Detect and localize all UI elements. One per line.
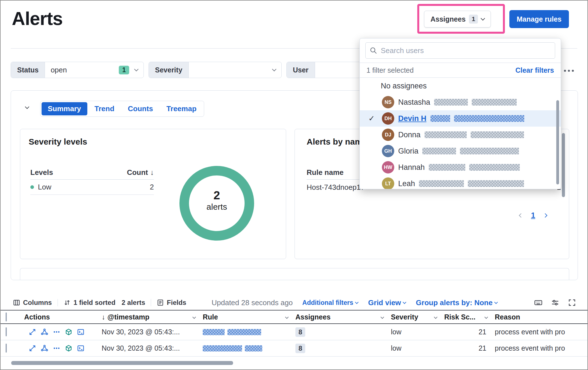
columns-button[interactable]: Columns [13,299,52,307]
severity-level-count: 2 [150,183,154,191]
risk-score-cell: 21 [444,344,495,352]
fullscreen-button[interactable] [568,298,576,307]
severity-level-label: Low [38,183,51,191]
chevron-down-icon [434,315,437,319]
rule-name-col: Rule name [307,168,344,177]
redacted-text [430,115,450,122]
collapsed-lower-card [20,268,569,280]
status-filter[interactable]: Status open 1 [11,62,144,78]
sort-desc-icon: ↓ [150,168,154,177]
chart-view-tabs: Summary Trend Counts Treemap [40,101,204,117]
sort-icon [63,299,71,306]
tab-treemap[interactable]: Treemap [160,102,203,115]
avatar: DJ [382,129,394,141]
expand-icon [29,344,36,352]
chart-collapse-toggle[interactable] [25,105,29,109]
cube-icon [65,344,72,352]
manage-rules-button[interactable]: Manage rules [509,10,569,28]
expand-alert-button[interactable] [29,328,36,336]
display-options-button[interactable] [551,298,559,307]
group-alerts-by-button[interactable]: Group alerts by: None [416,298,497,307]
keyboard-shortcuts-button[interactable] [534,298,543,307]
more-actions-button[interactable] [53,328,60,336]
alerts-table-header: Actions ↓ @timestamp Rule Assignees Seve… [1,310,587,324]
assignee-option[interactable]: HW Hannah [360,159,561,175]
session-viewer-button[interactable] [65,344,72,352]
analyzer-icon [41,344,48,352]
severity-filter[interactable]: Severity [149,62,282,78]
timestamp-column-header[interactable]: ↓ @timestamp [102,313,203,321]
severity-cell: low [391,328,444,336]
severity-card-title: Severity levels [29,137,87,147]
assignees-count-badge[interactable]: 8 [295,344,305,353]
fields-button[interactable]: Fields [157,299,186,307]
assignees-column-header[interactable]: Assignees [295,313,391,321]
page-number[interactable]: 1 [531,211,535,220]
assignee-option[interactable]: GH Gloria [360,143,561,159]
additional-filters-button[interactable]: Additional filters [302,299,358,307]
avatar: HW [382,161,394,173]
next-page-icon[interactable] [543,213,548,218]
assignee-option[interactable]: DJ Donna [360,127,561,143]
expand-alert-button[interactable] [29,344,36,352]
assignee-option-selected[interactable]: ✓ DH Devin H [360,110,561,127]
risk-score-cell: 21 [444,328,495,336]
fields-icon [157,299,164,306]
actions-column-header: Actions [19,313,102,321]
clear-filters-link[interactable]: Clear filters [515,66,554,74]
session-viewer-button[interactable] [65,328,72,336]
redacted-text [460,148,519,154]
rule-column-header[interactable]: Rule [203,313,295,321]
analyze-event-button[interactable] [41,328,48,336]
row-checkbox[interactable] [6,327,7,336]
tab-summary[interactable]: Summary [42,102,87,115]
assignee-option[interactable]: LT Leah [360,175,561,189]
rule-cell[interactable] [203,345,295,351]
search-users-input[interactable] [381,46,551,55]
sorted-fields-button[interactable]: 1 field sorted [63,299,115,307]
horizontal-scrollbar[interactable] [11,361,233,365]
assignee-option-none[interactable]: No assignees [360,78,561,94]
more-filters-button[interactable] [563,68,575,74]
severity-column-header[interactable]: Severity [391,313,444,321]
check-icon: ✓ [368,114,378,123]
assignees-filter-button[interactable]: Assignees 1 [424,11,491,28]
risk-score-column-header[interactable]: Risk Sc... [444,313,495,321]
reason-cell: process event with pro [495,344,587,352]
columns-icon [13,299,20,306]
grid-view-button[interactable]: Grid view [368,298,406,307]
assignees-count-badge[interactable]: 8 [295,327,305,337]
redacted-text [454,115,524,122]
row-checkbox[interactable] [6,344,7,353]
popover-scrollbar[interactable] [556,100,559,184]
card-scrollbar[interactable] [562,133,565,197]
status-filter-value: open [51,66,67,74]
analyze-event-button[interactable] [41,344,48,352]
donut-value: 2 [178,189,256,202]
tab-counts[interactable]: Counts [122,102,159,115]
tab-trend[interactable]: Trend [88,102,121,115]
dots-horizontal-icon [53,328,60,336]
more-actions-button[interactable] [53,344,60,352]
alerts-table-toolbar: Columns 1 field sorted 2 alerts Fields U… [13,296,576,309]
analyzer-icon [41,328,48,336]
assignee-option[interactable]: NS Nastasha [360,94,561,110]
chevron-down-icon [285,315,289,319]
severity-row-low: Low 2 [30,180,154,195]
severity-col-count[interactable]: Count [127,168,148,177]
avatar: GH [382,145,394,157]
rule-cell[interactable] [203,329,295,335]
select-all-checkbox[interactable] [6,312,7,321]
low-severity-dot [30,185,34,189]
severity-table: Levels Count ↓ Low 2 [30,166,154,195]
open-terminal-button[interactable] [77,344,85,352]
open-terminal-button[interactable] [77,328,85,336]
redacted-text [422,148,456,154]
no-assignees-label: No assignees [381,82,427,90]
reason-column-header[interactable]: Reason [495,313,587,321]
search-icon [370,47,377,54]
dots-horizontal-icon [563,68,575,74]
dots-horizontal-icon [53,344,60,352]
previous-page-icon[interactable] [519,213,523,218]
alert-row: Nov 30, 2023 @ 05:43:... 8 low 21 proces… [1,324,587,340]
